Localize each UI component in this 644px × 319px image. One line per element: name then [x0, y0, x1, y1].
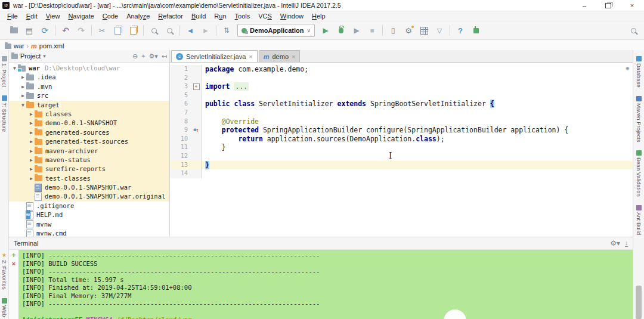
new-terminal-session-button[interactable]: +: [11, 252, 16, 259]
tree-item-demo-0-0-1-SNAPSHOT-war-original[interactable]: demo-0.0.1-SNAPSHOT.war.original: [9, 192, 169, 201]
find-usages-button[interactable]: [162, 24, 177, 37]
minimize-button[interactable]: –: [572, 0, 596, 11]
tree-item-demo-0-0-1-SNAPSHOT[interactable]: ▶demo-0.0.1-SNAPSHOT: [9, 119, 169, 128]
code-line-14[interactable]: 14: [170, 169, 633, 178]
close-icon[interactable]: [292, 53, 295, 60]
menu-run[interactable]: Run: [210, 13, 230, 20]
tree-item-test-classes[interactable]: ▶test-classes: [9, 174, 169, 183]
tree-item-target[interactable]: ▼target: [9, 101, 169, 110]
collapsed-arrow-icon[interactable]: ▶: [28, 156, 35, 165]
collapsed-arrow-icon[interactable]: ▶: [28, 110, 35, 119]
undo-button[interactable]: [58, 24, 73, 37]
paste-button[interactable]: [126, 24, 140, 37]
fold-expand-icon[interactable]: [193, 83, 200, 90]
tool-button-7-structure[interactable]: 7: Structure: [1, 95, 8, 132]
tree-item-generated-test-sources[interactable]: ▶generated-test-sources: [9, 137, 169, 146]
tool-button-bean-validation[interactable]: Bean Validation: [636, 150, 642, 197]
tree-item--idea[interactable]: ▶.idea: [9, 73, 169, 82]
tool-button-1-project[interactable]: 1: Project: [1, 56, 8, 87]
tree-item-src[interactable]: ▶src: [9, 91, 169, 100]
code-line-12[interactable]: 12: [170, 152, 633, 161]
menu-edit[interactable]: Edit: [23, 13, 41, 20]
collapse-all-icon[interactable]: ⊖: [132, 52, 138, 60]
collapsed-arrow-icon[interactable]: ▶: [20, 82, 26, 91]
redo-button[interactable]: [74, 24, 88, 37]
code-inspection-button[interactable]: [432, 24, 447, 37]
tree-item-maven-status[interactable]: ▶maven-status: [9, 156, 169, 165]
tree-item-mvnw[interactable]: mvnw: [9, 220, 169, 229]
code-area[interactable]: I 1package com.example.demo;23import ...…: [170, 63, 633, 237]
terminal-header[interactable]: Terminal ⚙▾ ↓: [9, 237, 633, 250]
menu-tools[interactable]: Tools: [231, 13, 254, 20]
code-line-5[interactable]: 5: [170, 91, 633, 100]
navigate-forward-button[interactable]: [199, 24, 213, 37]
run-button[interactable]: [318, 24, 333, 37]
code-line-10[interactable]: 10 return application.sources(DemoApplic…: [170, 135, 633, 144]
debug-button[interactable]: [334, 24, 348, 37]
tree-item-surefire-reports[interactable]: ▶surefire-reports: [9, 165, 169, 174]
settings-button[interactable]: [401, 24, 416, 37]
menu-build[interactable]: Build: [188, 13, 209, 20]
find-button[interactable]: [147, 24, 161, 37]
tree-item--gitignore[interactable]: .gitignore: [9, 202, 169, 210]
plugin-button[interactable]: [469, 24, 483, 37]
code-line-11[interactable]: 11 }: [170, 143, 633, 152]
synchronize-button[interactable]: [38, 24, 52, 37]
menu-help[interactable]: Help: [308, 13, 329, 20]
close-button[interactable]: ×: [620, 0, 644, 11]
tool-button-web[interactable]: Web: [1, 298, 8, 317]
code-line-2[interactable]: 2: [170, 74, 633, 83]
restore-button[interactable]: [596, 0, 620, 11]
tree-item-classes[interactable]: ▶classes: [9, 110, 169, 119]
tree-item-demo-0-0-1-SNAPSHOT-war[interactable]: demo-0.0.1-SNAPSHOT.war: [9, 183, 169, 192]
collapsed-arrow-icon[interactable]: ▶: [28, 119, 35, 128]
menu-navigate[interactable]: Navigate: [64, 13, 97, 20]
tree-item-generated-sources[interactable]: ▶generated-sources: [9, 128, 169, 137]
tool-button-database[interactable]: Database: [636, 56, 642, 88]
menu-analyze[interactable]: Analyze: [123, 13, 153, 20]
collapsed-arrow-icon[interactable]: ▶: [28, 137, 35, 146]
tree-item-mvnw-cmd[interactable]: mvnw.cmd: [9, 229, 169, 237]
tool-button-ant-build[interactable]: Ant Build: [636, 205, 642, 235]
collapsed-arrow-icon[interactable]: ▶: [28, 128, 35, 137]
tool-button-maven-projects[interactable]: Maven Projects: [636, 96, 642, 142]
menu-refactor[interactable]: Refactor: [154, 13, 187, 20]
scroll-from-source-icon[interactable]: ⌖: [141, 52, 145, 60]
project-panel-title[interactable]: Project ▾: [11, 52, 46, 60]
close-icon[interactable]: [249, 53, 252, 60]
open-file-button[interactable]: [7, 24, 21, 37]
navigate-back-button[interactable]: [183, 24, 197, 37]
tab-servletinitializer-java[interactable]: ServletInitializer.java: [171, 50, 258, 62]
tool-button-2-favorites[interactable]: ★2: Favorites: [1, 252, 8, 290]
terminal-output[interactable]: [INFO] ---------------------------------…: [18, 250, 633, 319]
code-line-13[interactable]: 13}: [170, 161, 633, 170]
expanded-arrow-icon[interactable]: ▼: [20, 101, 26, 110]
run-with-coverage-button[interactable]: [349, 24, 364, 37]
tree-item--mvn[interactable]: ▶.mvn: [9, 82, 169, 91]
code-line-6[interactable]: 6public class ServletInitializer extends…: [170, 100, 633, 109]
tree-item-war[interactable]: ▼warD:\Desktop\cloud\war: [9, 64, 169, 73]
tree-item-maven-archiver[interactable]: ▶maven-archiver: [9, 147, 169, 156]
menu-vcs[interactable]: VCS: [255, 13, 275, 20]
collapsed-arrow-icon[interactable]: ▶: [28, 165, 35, 174]
breadcrumb-item-war[interactable]: war: [5, 42, 24, 49]
collapsed-arrow-icon[interactable]: ▶: [20, 73, 26, 82]
menu-view[interactable]: View: [42, 13, 64, 20]
collapsed-arrow-icon[interactable]: ▶: [20, 91, 26, 100]
gear-icon[interactable]: ⚙▾: [148, 52, 157, 60]
copy-button[interactable]: [110, 24, 125, 37]
hide-panel-icon[interactable]: ↤: [162, 52, 167, 60]
breadcrumb-item-pom-xml[interactable]: pom.xml: [31, 42, 64, 49]
terminal-gear-icon[interactable]: ⚙▾: [610, 239, 620, 247]
tab-demo[interactable]: demo: [259, 50, 301, 62]
profiler-button[interactable]: [386, 24, 400, 37]
cut-button[interactable]: [95, 24, 109, 37]
help-button[interactable]: [453, 24, 467, 37]
project-structure-button[interactable]: [417, 24, 431, 37]
run-configuration-select[interactable]: DemoApplication ∨: [237, 24, 315, 37]
code-line-8[interactable]: 8 @Override: [170, 117, 633, 126]
compile-order-icon[interactable]: [219, 24, 234, 37]
tree-item-HELP-md[interactable]: HELP.md: [9, 210, 169, 219]
menu-code[interactable]: Code: [99, 13, 122, 20]
right-strip-scroll-thumb[interactable]: [636, 286, 642, 319]
